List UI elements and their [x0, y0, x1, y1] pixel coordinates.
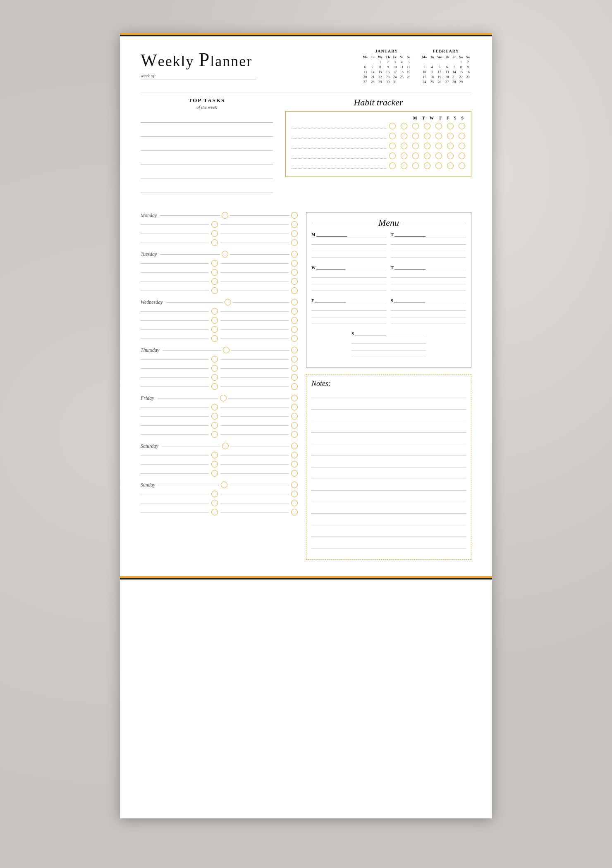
- tuesday-row-3: [141, 278, 298, 285]
- monday-end-circle-3[interactable]: [291, 239, 298, 246]
- sunday-row-2: [141, 500, 298, 506]
- saturday-block: Saturday: [141, 443, 298, 477]
- days-column: Monday: [141, 212, 298, 560]
- wednesday-label: Wednesday: [141, 299, 163, 305]
- sunday-label: Sunday: [141, 482, 155, 488]
- task-line-2[interactable]: [141, 129, 273, 137]
- saturday-row-3: [141, 470, 298, 477]
- top-tasks-title: TOP TASKS: [141, 97, 273, 104]
- january-title: JANUARY: [361, 49, 412, 53]
- monday-circle-header-end[interactable]: [291, 212, 298, 219]
- header-section: Weekly Planner week of: JANUARY MoTuWeTh…: [141, 49, 471, 84]
- monday-end-circle-2[interactable]: [291, 230, 298, 237]
- menu-tuesday: T _______________: [391, 232, 466, 260]
- page-title: Weekly Planner: [141, 49, 281, 71]
- monday-task-circle-3[interactable]: [211, 239, 218, 246]
- tuesday-circle-header[interactable]: [222, 251, 228, 258]
- task-line-4[interactable]: [141, 157, 273, 165]
- task-line-1[interactable]: [141, 115, 273, 123]
- menu-thursday: T _______________: [391, 265, 466, 293]
- planner-page: Weekly Planner week of: JANUARY MoTuWeTh…: [120, 33, 492, 818]
- task-line-3[interactable]: [141, 143, 273, 151]
- top-tasks-subtitle: of the week: [141, 105, 273, 110]
- sunday-row-3: [141, 509, 298, 515]
- task-line-5[interactable]: [141, 172, 273, 179]
- bottom-bar: [120, 576, 492, 579]
- tasks-habit-row: TOP TASKS of the week Habit tracker M T …: [141, 97, 471, 200]
- wednesday-row-1: [141, 308, 298, 315]
- wednesday-row-2: [141, 317, 298, 324]
- monday-row-2: [141, 230, 298, 237]
- thursday-row-2: [141, 365, 298, 372]
- monday-circle-header[interactable]: [222, 212, 228, 219]
- menu-friday: F _______________: [311, 298, 387, 326]
- friday-row-3: [141, 422, 298, 429]
- monday-task-circle-1[interactable]: [211, 221, 218, 228]
- friday-label: Friday: [141, 395, 154, 401]
- menu-grid: M _______________ T _______________: [311, 232, 466, 329]
- habit-row-4: [292, 153, 465, 159]
- thursday-label: Thursday: [141, 347, 159, 353]
- menu-saturday: S _______________: [391, 298, 466, 326]
- menu-sunday: S _______________: [351, 331, 426, 359]
- habit-tracker-block: Habit tracker M T W T F S S: [285, 97, 471, 200]
- right-column: Menu M _______________ T _______________: [306, 212, 471, 560]
- main-schedule: Monday: [141, 212, 471, 560]
- tuesday-circle-header-end[interactable]: [291, 251, 298, 258]
- tuesday-block: Tuesday: [141, 251, 298, 294]
- thursday-block: Thursday: [141, 347, 298, 390]
- divider: [141, 93, 471, 93]
- thursday-row-3: [141, 374, 298, 381]
- notes-title: Notes:: [311, 379, 466, 388]
- monday-row-1: [141, 221, 298, 228]
- monday-row-3: [141, 239, 298, 246]
- habit-row-1: [292, 123, 465, 129]
- top-tasks-block: TOP TASKS of the week: [141, 97, 273, 200]
- sunday-block: Sunday: [141, 482, 298, 515]
- habit-header-row: M T W T F S S: [292, 116, 465, 120]
- january-calendar: JANUARY MoTuWeThFrSaSu 12345 6789101112 …: [361, 49, 412, 84]
- friday-row-2: [141, 413, 298, 420]
- february-title: FEBRUARY: [421, 49, 471, 53]
- monday-label: Monday: [141, 212, 157, 219]
- task-line-6[interactable]: [141, 186, 273, 193]
- menu-title: Menu: [311, 217, 466, 228]
- wednesday-row-3: [141, 326, 298, 333]
- saturday-label: Saturday: [141, 443, 158, 449]
- title-block: Weekly Planner week of:: [141, 49, 281, 79]
- friday-row-4: [141, 431, 298, 438]
- habit-tracker-title: Habit tracker: [285, 97, 471, 108]
- wednesday-row-4: [141, 335, 298, 342]
- habit-row-5: [292, 162, 465, 169]
- tuesday-row-4: [141, 287, 298, 294]
- monday-end-circle-1[interactable]: [291, 221, 298, 228]
- menu-box: Menu M _______________ T _______________: [306, 212, 471, 367]
- habit-tracker-inner: M T W T F S S: [285, 111, 471, 177]
- week-of-line[interactable]: week of:: [141, 73, 256, 79]
- wednesday-block: Wednesday: [141, 299, 298, 342]
- habit-row-2: [292, 133, 465, 139]
- friday-block: Friday: [141, 395, 298, 438]
- calendars-block: JANUARY MoTuWeThFrSaSu 12345 6789101112 …: [361, 49, 471, 84]
- monday-block: Monday: [141, 212, 298, 246]
- saturday-row-2: [141, 461, 298, 467]
- menu-monday: M _______________: [311, 232, 387, 260]
- saturday-row-1: [141, 452, 298, 458]
- habit-row-3: [292, 143, 465, 149]
- menu-wednesday: W ______________: [311, 265, 387, 293]
- thursday-row-1: [141, 356, 298, 362]
- notes-box: Notes:: [306, 374, 471, 560]
- february-calendar: FEBRUARY MoTuWeThFrSaSu 12 3456789 10111…: [421, 49, 471, 84]
- tuesday-row-1: [141, 260, 298, 267]
- monday-task-circle-2[interactable]: [211, 230, 218, 237]
- tuesday-label: Tuesday: [141, 251, 157, 258]
- friday-row-1: [141, 404, 298, 410]
- sunday-row-1: [141, 491, 298, 497]
- tuesday-row-2: [141, 269, 298, 276]
- thursday-row-4: [141, 383, 298, 390]
- top-bar: [120, 33, 492, 36]
